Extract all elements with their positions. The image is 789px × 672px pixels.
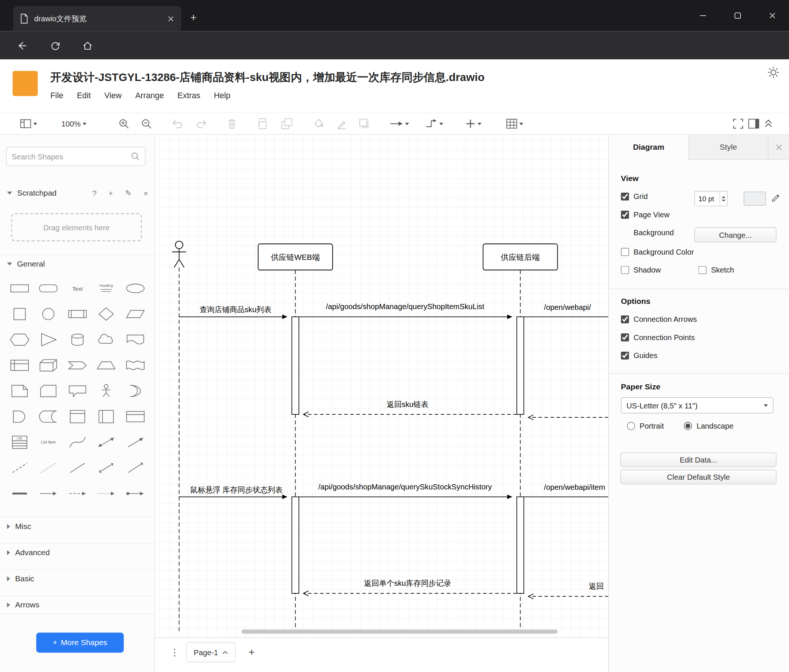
tab-close-icon[interactable] xyxy=(168,15,174,22)
cloud-shape[interactable] xyxy=(92,327,121,353)
window-minimize-button[interactable] xyxy=(692,0,715,31)
container-shape[interactable] xyxy=(63,404,92,430)
dotted-edge-shape[interactable] xyxy=(92,481,121,506)
undo-button[interactable] xyxy=(171,116,184,132)
ellipse-shape[interactable] xyxy=(121,275,150,301)
home-button[interactable] xyxy=(81,39,94,52)
cube-shape[interactable] xyxy=(34,352,63,378)
more-shapes-button[interactable]: + More Shapes xyxy=(36,632,124,653)
bidirectional-arrow-shape[interactable] xyxy=(92,429,121,455)
shadow-checkbox[interactable] xyxy=(621,266,629,274)
table-button[interactable] xyxy=(506,116,523,132)
to-back-button[interactable] xyxy=(281,116,292,132)
or-shape[interactable] xyxy=(121,378,150,404)
grid-size-input[interactable]: 10 pt xyxy=(695,191,728,206)
section-general[interactable]: General xyxy=(0,255,155,272)
menu-edit[interactable]: Edit xyxy=(77,91,91,100)
scratchpad-add-icon[interactable]: + xyxy=(109,189,113,197)
list-shape[interactable]: List xyxy=(5,429,34,455)
format-panel-close[interactable] xyxy=(768,135,789,160)
process-shape[interactable] xyxy=(63,301,92,327)
connection-style-button[interactable] xyxy=(390,116,409,132)
tab-diagram[interactable]: Diagram xyxy=(609,135,688,160)
internal-storage-shape[interactable] xyxy=(5,352,34,378)
section-basic[interactable]: Basic xyxy=(0,569,155,587)
format-panel-toggle-button[interactable] xyxy=(748,116,759,132)
document-shape[interactable] xyxy=(121,327,150,353)
insert-button[interactable] xyxy=(465,116,482,132)
directional-connector-shape[interactable] xyxy=(121,455,150,481)
triangle-shape[interactable] xyxy=(34,327,63,353)
add-page-button[interactable]: + xyxy=(244,643,260,661)
list-item-shape[interactable]: List Item xyxy=(34,429,63,455)
menu-view[interactable]: View xyxy=(104,91,121,100)
square-shape[interactable] xyxy=(5,301,34,327)
menu-extras[interactable]: Extras xyxy=(177,91,200,100)
dotted-line-shape[interactable] xyxy=(34,455,63,481)
step-down-icon[interactable] xyxy=(722,199,726,201)
arrow-edge-shape[interactable] xyxy=(34,481,63,506)
horizontal-container-shape[interactable] xyxy=(121,404,150,430)
tab-style[interactable]: Style xyxy=(688,135,768,160)
browser-tab[interactable]: drawio文件预览 xyxy=(13,6,181,31)
paper-size-select[interactable]: US-Letter (8,5" x 11") xyxy=(621,397,773,413)
grid-color-edit-button[interactable] xyxy=(771,191,781,202)
waypoint-style-button[interactable] xyxy=(425,116,443,132)
trapezoid-shape[interactable] xyxy=(92,352,121,378)
grid-checkbox[interactable] xyxy=(621,192,629,201)
step-shape[interactable] xyxy=(63,352,92,378)
horizontal-scrollbar[interactable] xyxy=(242,629,558,634)
zoom-level-button[interactable]: 100% xyxy=(61,116,87,132)
circle-shape[interactable] xyxy=(34,301,63,327)
change-background-button[interactable]: Change... xyxy=(695,227,777,242)
landscape-radio[interactable] xyxy=(684,422,692,430)
dashed-line-shape[interactable] xyxy=(5,455,34,481)
fullscreen-button[interactable] xyxy=(733,116,744,132)
zoom-out-button[interactable] xyxy=(141,116,152,132)
pages-menu-button[interactable]: ⋮ xyxy=(167,643,182,661)
line-color-button[interactable] xyxy=(336,116,347,132)
activation-backend-1[interactable] xyxy=(517,317,524,414)
sketch-checkbox[interactable] xyxy=(699,266,707,274)
vertical-container-shape[interactable] xyxy=(92,404,121,430)
portrait-radio[interactable] xyxy=(627,422,635,430)
grid-color-swatch[interactable] xyxy=(744,191,766,206)
scratchpad-edit-icon[interactable]: ✎ xyxy=(125,188,131,197)
shape-search[interactable] xyxy=(6,147,145,166)
background-color-checkbox[interactable] xyxy=(621,247,629,256)
step-up-icon[interactable] xyxy=(722,196,726,198)
note-shape[interactable] xyxy=(5,378,34,404)
line-shape[interactable] xyxy=(63,455,92,481)
menu-help[interactable]: Help xyxy=(214,91,230,100)
back-button[interactable] xyxy=(16,39,29,52)
bidirectional-connector-shape[interactable] xyxy=(92,455,121,481)
scratchpad-header[interactable]: Scratchpad ? + ✎ × xyxy=(0,185,155,201)
arrow-shape[interactable] xyxy=(121,429,150,455)
callout-shape[interactable] xyxy=(63,378,92,404)
fill-color-button[interactable] xyxy=(313,116,325,132)
activation-backend-2[interactable] xyxy=(517,497,524,594)
shadow-button[interactable] xyxy=(359,116,370,132)
search-input[interactable] xyxy=(11,152,131,161)
rectangle-shape[interactable] xyxy=(5,275,34,301)
lifeline-box-backend[interactable]: 供应链后端 xyxy=(483,244,557,270)
data-storage-shape[interactable] xyxy=(34,404,63,430)
scratchpad-close-icon[interactable]: × xyxy=(144,189,148,197)
new-tab-button[interactable]: + xyxy=(190,12,196,23)
parallelogram-shape[interactable] xyxy=(121,301,150,327)
zoom-in-button[interactable] xyxy=(118,116,129,132)
theme-toggle-button[interactable] xyxy=(767,66,780,79)
connection-arrows-checkbox[interactable] xyxy=(621,315,629,323)
activation-web-2[interactable] xyxy=(292,497,299,594)
actor-shape[interactable] xyxy=(92,378,121,404)
card-shape[interactable] xyxy=(34,378,63,404)
guides-checkbox[interactable] xyxy=(621,351,629,360)
page-view-checkbox[interactable] xyxy=(621,210,629,219)
tape-shape[interactable] xyxy=(121,352,150,378)
link-shape[interactable] xyxy=(5,481,34,506)
curve-shape[interactable] xyxy=(63,429,92,455)
section-advanced[interactable]: Advanced xyxy=(0,543,155,561)
grid-size-stepper[interactable] xyxy=(720,191,727,206)
edit-data-button[interactable]: Edit Data... xyxy=(621,452,777,467)
menu-arrange[interactable]: Arrange xyxy=(135,91,164,100)
